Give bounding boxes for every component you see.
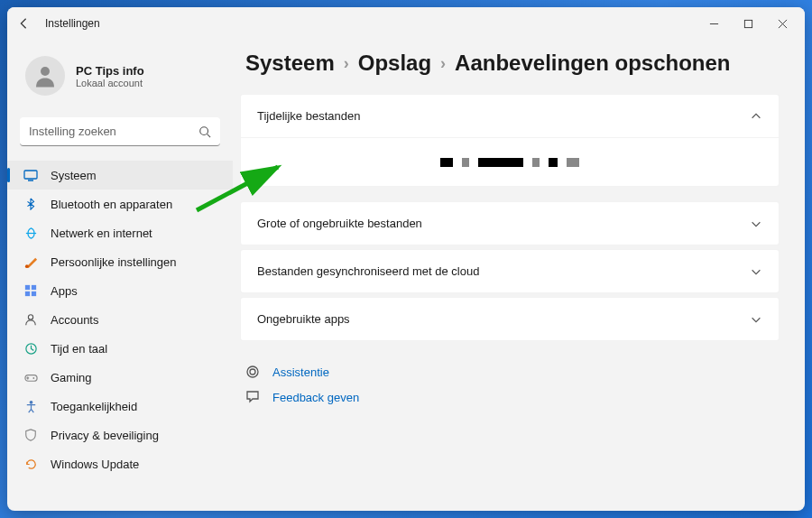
panel-title: Bestanden gesynchroniseerd met de cloud xyxy=(257,264,479,278)
titlebar-left: Instellingen xyxy=(16,16,100,31)
search-box[interactable] xyxy=(20,117,220,146)
sidebar-item-time[interactable]: Tijd en taal xyxy=(7,334,233,363)
back-button[interactable] xyxy=(16,16,31,31)
nav-label: Windows Update xyxy=(51,458,139,471)
breadcrumb-level1[interactable]: Systeem xyxy=(245,51,335,76)
panel-unused-apps[interactable]: Ongebruikte apps xyxy=(240,297,780,341)
avatar xyxy=(25,56,65,96)
apps-icon xyxy=(23,283,38,298)
maximize-button[interactable] xyxy=(742,17,754,30)
svg-rect-10 xyxy=(32,285,36,290)
panel-temp-files[interactable]: Tijdelijke bestanden xyxy=(240,94,780,138)
nav-label: Tijd en taal xyxy=(51,342,107,356)
svg-point-13 xyxy=(28,315,32,319)
sidebar-item-bluetooth[interactable]: Bluetooth en apparaten xyxy=(7,190,233,218)
nav-label: Netwerk en internet xyxy=(51,227,152,240)
breadcrumb-level3: Aanbevelingen opschonen xyxy=(455,51,730,76)
svg-point-19 xyxy=(250,369,255,375)
svg-point-16 xyxy=(32,377,34,379)
shield-icon xyxy=(23,428,38,442)
nav-label: Systeem xyxy=(51,169,97,182)
feedback-label: Feedback geven xyxy=(272,391,359,404)
chevron-down-icon xyxy=(750,217,762,230)
panel-large-files[interactable]: Grote of ongebruikte bestanden xyxy=(240,201,780,245)
user-name: PC Tips info xyxy=(76,64,144,78)
panel-cloud-files[interactable]: Bestanden gesynchroniseerd met de cloud xyxy=(240,249,780,293)
sidebar-item-privacy[interactable]: Privacy & beveiliging xyxy=(7,421,233,449)
person-icon xyxy=(32,62,59,89)
svg-point-18 xyxy=(247,366,258,377)
svg-line-4 xyxy=(208,134,211,137)
accessibility-icon xyxy=(23,399,38,413)
helper-links: Assistentie Feedback geven xyxy=(245,365,780,404)
nav-label: Toegankelijkheid xyxy=(51,400,137,413)
nav-label: Apps xyxy=(51,284,78,298)
breadcrumb: Systeem › Opslag › Aanbevelingen opschon… xyxy=(245,51,780,76)
user-account-type: Lokaal account xyxy=(76,78,144,88)
nav-label: Gaming xyxy=(51,371,92,384)
close-button[interactable] xyxy=(776,17,789,30)
feedback-icon xyxy=(245,390,260,404)
sidebar-item-personalization[interactable]: Persoonlijke instellingen xyxy=(7,247,233,276)
clock-icon xyxy=(23,341,38,356)
chevron-up-icon xyxy=(750,110,762,123)
nav-label: Privacy & beveiliging xyxy=(51,429,159,442)
svg-point-2 xyxy=(41,67,50,76)
settings-window: Instellingen PC Tips info Lokaal accoun xyxy=(7,7,805,511)
gaming-icon xyxy=(23,370,38,384)
redacted-content xyxy=(440,158,579,167)
sidebar-item-accessibility[interactable]: Toegankelijkheid xyxy=(7,392,233,421)
main-content: Systeem › Opslag › Aanbevelingen opschon… xyxy=(233,40,805,511)
sidebar-item-apps[interactable]: Apps xyxy=(7,276,233,305)
panel-title: Tijdelijke bestanden xyxy=(257,109,360,123)
window-body: PC Tips info Lokaal account Systeem Blue… xyxy=(7,40,805,511)
chevron-down-icon xyxy=(750,313,762,326)
svg-rect-9 xyxy=(25,285,30,290)
bluetooth-icon xyxy=(23,197,38,211)
chevron-right-icon: › xyxy=(440,54,446,73)
help-label: Assistentie xyxy=(272,365,329,379)
minimize-icon xyxy=(709,19,719,29)
search-icon xyxy=(198,125,211,138)
svg-rect-11 xyxy=(25,291,30,296)
window-title: Instellingen xyxy=(45,17,100,30)
svg-rect-5 xyxy=(24,171,37,179)
user-info: PC Tips info Lokaal account xyxy=(76,64,144,88)
panel-title: Ongebruikte apps xyxy=(257,312,350,326)
svg-rect-1 xyxy=(744,20,752,27)
panel-title: Grote of ongebruikte bestanden xyxy=(257,217,422,230)
chevron-right-icon: › xyxy=(344,54,349,73)
sidebar-item-network[interactable]: Netwerk en internet xyxy=(7,218,233,247)
maximize-icon xyxy=(743,19,753,29)
svg-rect-12 xyxy=(32,291,36,296)
system-icon xyxy=(23,168,38,182)
svg-point-3 xyxy=(200,126,208,134)
accounts-icon xyxy=(23,312,38,327)
sidebar-item-update[interactable]: Windows Update xyxy=(7,449,233,478)
window-controls xyxy=(707,17,796,30)
arrow-left-icon xyxy=(17,17,30,30)
close-icon xyxy=(778,19,788,29)
nav-label: Bluetooth en apparaten xyxy=(51,198,172,211)
nav-list: Systeem Bluetooth en apparaten Netwerk e… xyxy=(7,161,233,478)
svg-point-17 xyxy=(29,400,32,403)
network-icon xyxy=(23,226,38,240)
help-icon xyxy=(245,365,260,379)
sidebar-item-system[interactable]: Systeem xyxy=(7,161,233,190)
update-icon xyxy=(23,457,38,471)
svg-point-8 xyxy=(24,264,28,268)
breadcrumb-level2[interactable]: Opslag xyxy=(358,51,431,76)
brush-icon xyxy=(23,254,38,269)
sidebar-item-gaming[interactable]: Gaming xyxy=(7,363,233,392)
sidebar: PC Tips info Lokaal account Systeem Blue… xyxy=(7,40,233,511)
panel-temp-files-body xyxy=(240,138,780,187)
help-link[interactable]: Assistentie xyxy=(245,365,780,379)
sidebar-item-accounts[interactable]: Accounts xyxy=(7,305,233,334)
feedback-link[interactable]: Feedback geven xyxy=(245,390,780,404)
search-input[interactable] xyxy=(29,125,198,138)
chevron-down-icon xyxy=(750,265,762,278)
user-profile[interactable]: PC Tips info Lokaal account xyxy=(7,47,233,110)
titlebar: Instellingen xyxy=(7,7,805,40)
minimize-button[interactable] xyxy=(707,17,720,30)
nav-label: Accounts xyxy=(51,313,98,327)
